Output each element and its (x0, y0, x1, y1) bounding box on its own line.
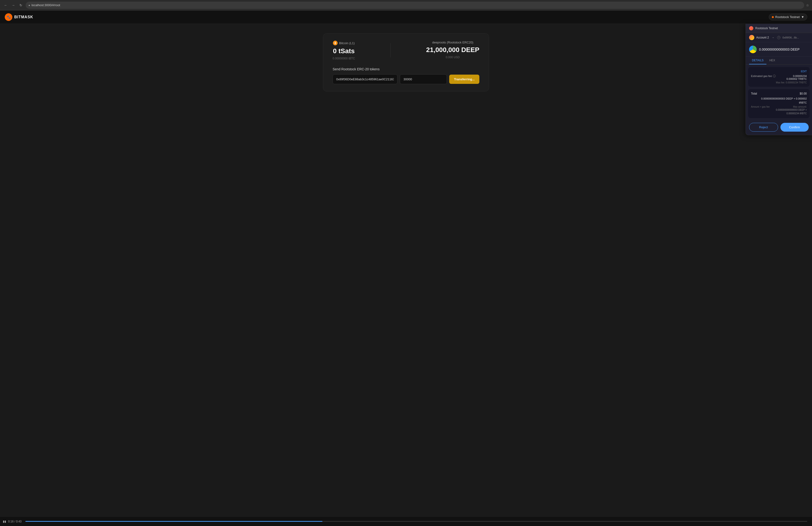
time-total: 0:43 (16, 520, 21, 523)
app-container: 🐾 BITMASK Rootstock Testnet ▼ ₿ Bitcoin … (0, 11, 812, 526)
popup-network-icon (749, 26, 753, 30)
popup-account-name: Account 2 (756, 36, 769, 39)
chevron-down-icon: ▼ (801, 15, 804, 19)
network-label: Rootstock Testnet (775, 15, 800, 19)
url-text: localhost:3000/#/root (32, 3, 60, 7)
asset-divider (390, 43, 391, 57)
url-bar[interactable]: ● localhost:3000/#/root (26, 2, 804, 9)
top-bar: 🐾 BITMASK Rootstock Testnet ▼ (0, 11, 812, 24)
send-amount-input[interactable] (400, 74, 447, 84)
total-meta: Amount + gas fee Max amount: 0.000000000… (751, 105, 807, 115)
tab-details[interactable]: DETAILS (749, 57, 766, 65)
gas-values: 0.00000234 0.000002 TRBTC (787, 75, 807, 80)
confirm-button[interactable]: Confirm (780, 123, 809, 132)
token-icon (749, 46, 757, 53)
popup-gas-section: EDIT Estimated gas fee i 0.00000234 0.00… (748, 67, 810, 87)
lock-icon: ● (29, 4, 30, 6)
gas-info-icon[interactable]: i (773, 75, 776, 77)
btc-asset-header: ₿ Bitcoin (L1) (333, 41, 355, 45)
forward-button[interactable]: → (11, 2, 16, 8)
total-sublabel: Amount + gas fee (751, 105, 770, 108)
tab-hex[interactable]: HEX (766, 57, 778, 65)
total-usd: $0.00 (800, 92, 807, 95)
progress-fill (25, 521, 322, 522)
popup-account-avatar (749, 35, 754, 40)
refresh-button[interactable]: ↻ (18, 2, 24, 8)
popup-header: Rootstock Testnet (746, 24, 812, 33)
deep-balance-sub: 0.000 USD (446, 56, 460, 59)
edit-link[interactable]: EDIT (801, 70, 807, 73)
logo-icon: 🐾 (5, 13, 12, 21)
gas-max: Max fee: 0.00000234 TRBTC (751, 81, 807, 84)
total-amount: 0.000000000000003 DEEP + 0.000002tRBTC (751, 97, 807, 104)
btc-asset-label: Bitcoin (L1) (339, 41, 355, 45)
time-display: 0:16 / 0:43 (8, 520, 21, 523)
popup-total-section: Total $0.00 0.000000000000003 DEEP + 0.0… (748, 89, 810, 118)
gas-row: Estimated gas fee i 0.00000234 0.000002 … (751, 75, 807, 80)
wallet-card: ₿ Bitcoin (L1) 0 tSats 0.00000000 tBTC d… (323, 33, 489, 91)
wallet-assets: ₿ Bitcoin (L1) 0 tSats 0.00000000 tBTC d… (333, 41, 479, 60)
back-button[interactable]: ← (3, 2, 9, 8)
total-row: Total $0.00 (751, 92, 807, 95)
btc-balance-main: 0 tSats (333, 47, 355, 55)
gas-label: Estimated gas fee i (751, 75, 776, 77)
top-bar-right: Rootstock Testnet ▼ (769, 14, 807, 20)
transfer-button[interactable]: Transferring... (449, 75, 479, 84)
time-current: 0:16 (8, 520, 14, 523)
send-address-input[interactable] (333, 74, 397, 84)
send-section: Send Rootstock ERC-20 tokens Transferrin… (333, 67, 479, 84)
metamask-popup: Rootstock Testnet Account 2 → ? 0x89f36.… (745, 24, 812, 135)
bottom-bar: ▮▮ 0:16 / 0:43 (0, 516, 812, 526)
total-max-label: Max amount: (776, 105, 807, 108)
deep-asset-header: deeproots (Rootstock ERC20) (432, 41, 473, 44)
btc-asset: ₿ Bitcoin (L1) 0 tSats 0.00000000 tBTC (333, 41, 355, 60)
logo-area: 🐾 BITMASK (5, 13, 33, 21)
popup-actions: Reject Confirm (746, 120, 812, 135)
send-title: Send Rootstock ERC-20 tokens (333, 67, 479, 71)
gas-fee-value1: 0.00000234 (787, 75, 807, 77)
network-dot (772, 16, 774, 18)
popup-help-icon[interactable]: ? (777, 36, 780, 39)
progress-bar[interactable] (25, 521, 807, 522)
deep-balance-main: 21,000,000 DEEP (426, 46, 479, 54)
btc-balance-sub: 0.00000000 tBTC (333, 57, 355, 60)
popup-account-row: Account 2 → ? 0x89f36...6b... (746, 33, 812, 42)
logo-text: BITMASK (14, 15, 33, 19)
send-inputs: Transferring... (333, 74, 479, 84)
popup-address: 0x89f36...6b... (782, 36, 799, 39)
reject-button[interactable]: Reject (749, 123, 778, 132)
token-amount: 0.000000000000003 DEEP (759, 47, 799, 51)
popup-tabs: DETAILS HEX (746, 57, 812, 65)
popup-network-name: Rootstock Testnet (755, 27, 809, 30)
btc-icon: ₿ (333, 41, 338, 45)
bookmark-icon[interactable]: ☆ (806, 3, 809, 7)
main-content: ₿ Bitcoin (L1) 0 tSats 0.00000000 tBTC d… (0, 24, 812, 516)
popup-arrow-icon: → (772, 36, 774, 39)
deep-asset-label: deeproots (Rootstock ERC20) (432, 41, 473, 44)
popup-token-section: 0.000000000000003 DEEP (746, 42, 812, 57)
deep-asset: deeproots (Rootstock ERC20) 21,000,000 D… (426, 41, 479, 59)
pause-button[interactable]: ▮▮ (3, 520, 6, 523)
network-selector[interactable]: Rootstock Testnet ▼ (769, 14, 807, 20)
gas-fee-label-text: Estimated gas fee (751, 75, 772, 77)
gas-fee-value2: 0.000002 TRBTC (787, 77, 807, 80)
total-max-value: 0.000000000000003 DEEP +0.00000234 tRBTC (776, 108, 807, 115)
browser-chrome: ← → ↻ ● localhost:3000/#/root ☆ (0, 0, 812, 11)
total-label: Total (751, 92, 757, 95)
gas-header: EDIT (751, 70, 807, 73)
total-max: Max amount: 0.000000000000003 DEEP +0.00… (776, 105, 807, 115)
